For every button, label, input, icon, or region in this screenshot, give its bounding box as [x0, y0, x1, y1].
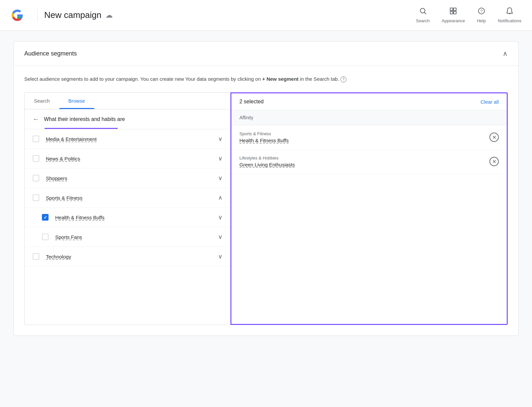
selected-item-info: Sports & Fitness Health & Fitness Buffs: [239, 131, 289, 143]
list-item[interactable]: Health & Fitness Buffs ∨: [25, 208, 230, 227]
google-logo: [11, 9, 24, 22]
list-item[interactable]: Media & Entertainment ∨: [25, 129, 230, 149]
list-label-health-fitness-buffs: Health & Fitness Buffs: [55, 215, 218, 220]
card-title: Audience segments: [24, 50, 77, 57]
back-arrow-icon[interactable]: ←: [33, 115, 39, 123]
left-panel: Search Browse ← What their interests and…: [25, 93, 231, 325]
desc-part2: in the Search tab.: [299, 76, 339, 82]
clear-all-button[interactable]: Clear all: [480, 99, 499, 105]
checkbox-shoppers[interactable]: [33, 175, 39, 181]
page-title: New campaign ☁: [44, 10, 113, 20]
right-panel: 2 selected Clear all Affinity Sports & F…: [230, 92, 508, 325]
new-segment-label: + New segment: [262, 76, 299, 82]
description-help-icon[interactable]: ?: [340, 76, 346, 82]
description-text: Select audience segments to add to your …: [24, 75, 508, 83]
chevron-down-icon[interactable]: ∨: [218, 155, 222, 162]
list-label-sports-fans: Sports Fans: [55, 234, 218, 240]
svg-rect-5: [454, 11, 456, 14]
nav-appearance-label: Appearance: [442, 18, 465, 23]
list-item[interactable]: News & Politics ∨: [25, 149, 230, 168]
selected-item-name: Green Living Enthusiasts: [239, 162, 295, 167]
breadcrumb-underline: [45, 128, 118, 129]
nav-item-help[interactable]: ? Help: [477, 7, 486, 23]
header: New campaign ☁ Search Appearance: [0, 0, 532, 31]
nav-item-search[interactable]: Search: [416, 7, 430, 23]
chevron-up-icon[interactable]: ∧: [218, 194, 222, 201]
tab-browse[interactable]: Browse: [59, 93, 94, 109]
list-label-sports-fitness: Sports & Fitness: [46, 195, 218, 201]
chevron-down-icon[interactable]: ∨: [218, 214, 222, 221]
chevron-down-icon[interactable]: ∨: [218, 174, 222, 182]
header-divider: [37, 9, 38, 22]
selected-count: 2 selected: [239, 99, 264, 105]
breadcrumb-title: What their interests and habits are: [44, 116, 125, 122]
list-item[interactable]: Sports & Fitness ∧: [25, 188, 230, 208]
nav-help-label: Help: [477, 18, 486, 23]
svg-line-1: [424, 13, 426, 14]
panel-container: Search Browse ← What their interests and…: [24, 92, 508, 325]
list-item[interactable]: Technology ∨: [25, 247, 230, 266]
selected-item-category: Lifestyles & Hobbies: [239, 155, 295, 160]
list-item[interactable]: Sports Fans ∨: [25, 227, 230, 247]
list-item[interactable]: Shoppers ∨: [25, 168, 230, 188]
selected-item: Sports & Fitness Health & Fitness Buffs …: [231, 125, 507, 150]
search-icon: [419, 7, 427, 17]
remove-green-living-button[interactable]: ✕: [489, 157, 499, 166]
checkbox-technology[interactable]: [33, 253, 39, 260]
header-nav: Search Appearance ? Help: [416, 7, 521, 23]
breadcrumb: ← What their interests and habits are: [25, 109, 230, 129]
chevron-down-icon[interactable]: ∨: [218, 253, 222, 260]
selected-item-name: Health & Fitness Buffs: [239, 138, 289, 143]
nav-item-appearance[interactable]: Appearance: [442, 7, 465, 23]
tab-search-label: Search: [34, 98, 50, 104]
card-body: Select audience segments to add to your …: [14, 66, 518, 336]
nav-notifications-label: Notifications: [498, 18, 521, 23]
tabs: Search Browse: [25, 93, 230, 109]
svg-rect-3: [454, 8, 456, 11]
help-icon: ?: [477, 7, 485, 17]
svg-text:?: ?: [480, 9, 482, 14]
checkbox-news-politics[interactable]: [33, 155, 39, 162]
chevron-down-icon[interactable]: ∨: [218, 233, 222, 241]
selected-item: Lifestyles & Hobbies Green Living Enthus…: [231, 150, 507, 174]
selected-item-category: Sports & Fitness: [239, 131, 289, 136]
campaign-title-text: New campaign: [44, 10, 101, 20]
selected-item-info: Lifestyles & Hobbies Green Living Enthus…: [239, 155, 295, 167]
chevron-down-icon[interactable]: ∨: [218, 135, 222, 143]
desc-part1: Select audience segments to add to your …: [24, 76, 262, 82]
list-label-news-politics: News & Politics: [46, 156, 218, 161]
cloud-icon[interactable]: ☁: [105, 11, 113, 20]
checkbox-health-fitness-buffs[interactable]: [42, 214, 49, 221]
notifications-icon: [506, 7, 514, 17]
audience-segments-card: Audience segments ∧ Select audience segm…: [13, 41, 519, 336]
svg-rect-4: [450, 11, 453, 14]
main-content: Audience segments ∧ Select audience segm…: [0, 31, 532, 347]
checkbox-sports-fans[interactable]: [42, 234, 49, 240]
nav-search-label: Search: [416, 18, 430, 23]
list-label-technology: Technology: [46, 254, 218, 259]
list-label-media-entertainment: Media & Entertainment: [46, 136, 218, 142]
svg-rect-2: [450, 8, 453, 11]
appearance-icon: [449, 7, 457, 17]
checkbox-sports-fitness[interactable]: [33, 194, 39, 201]
remove-health-fitness-button[interactable]: ✕: [489, 133, 499, 142]
list-label-shoppers: Shoppers: [46, 175, 218, 181]
right-panel-header: 2 selected Clear all: [231, 93, 507, 110]
checkbox-media-entertainment[interactable]: [33, 136, 39, 142]
tab-search[interactable]: Search: [25, 93, 59, 109]
affinity-header: Affinity: [231, 110, 507, 125]
nav-item-notifications[interactable]: Notifications: [498, 7, 521, 23]
tab-browse-label: Browse: [68, 98, 85, 104]
card-header: Audience segments ∧: [14, 42, 518, 66]
collapse-icon[interactable]: ∧: [503, 50, 508, 57]
